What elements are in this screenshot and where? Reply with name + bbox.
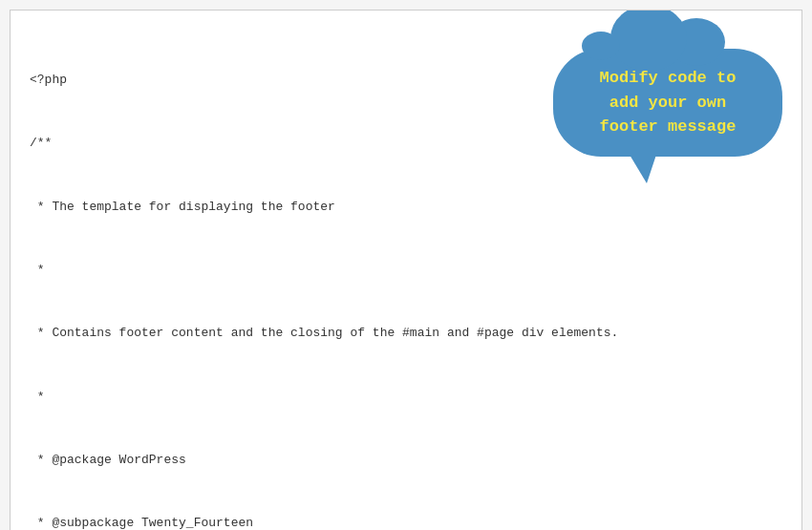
code-line: * (30, 260, 782, 281)
bubble-text: Modify code to add your own footer messa… (574, 66, 761, 139)
code-line: * @package WordPress (30, 450, 782, 471)
speech-bubble-container: Modify code to add your own footer messa… (553, 49, 782, 157)
code-line: * The template for displaying the footer (30, 197, 782, 218)
code-line: * @subpackage Twenty_Fourteen (30, 513, 782, 530)
screenshot-wrapper: Modify code to add your own footer messa… (10, 10, 802, 530)
code-line: * (30, 387, 782, 408)
code-line: * Contains footer content and the closin… (30, 323, 782, 344)
speech-bubble: Modify code to add your own footer messa… (553, 49, 782, 157)
